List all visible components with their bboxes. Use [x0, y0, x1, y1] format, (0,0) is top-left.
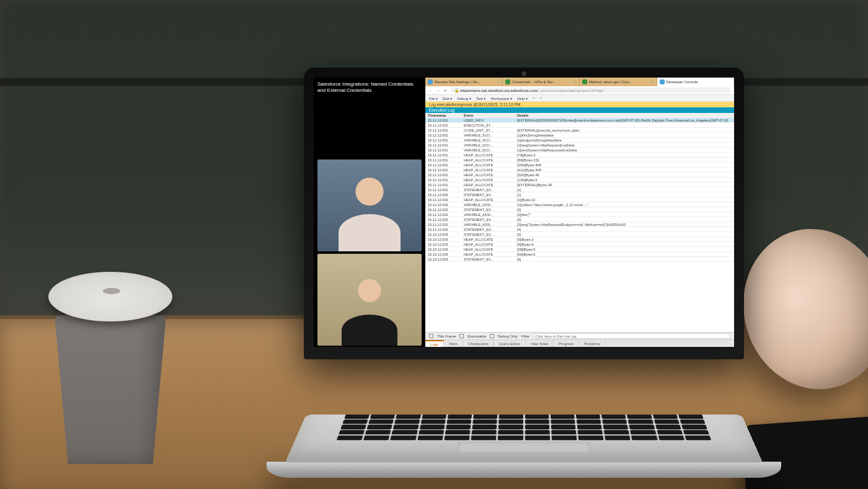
nav-next-icon[interactable]: >	[540, 96, 542, 100]
log-row[interactable]: 15:10:12.003STATEMENT_EX...[5]	[425, 232, 734, 237]
devconsole-menubar: File ▾ Edit ▾ Debug ▾ Test ▾ Workspace ▾…	[425, 95, 734, 102]
bottom-tab-view-state[interactable]: View State	[526, 340, 554, 347]
log-tab-title[interactable]: Log executeAnonymous @10/11/2023, 3:11:1…	[425, 102, 734, 107]
log-row[interactable]: 15:11:12.002VARIABLE_ASSI...[1]|callout:…	[425, 202, 734, 207]
nav-prev-icon[interactable]: <	[533, 96, 535, 100]
log-row[interactable]: 15:11:12.002VARIABLE_ASSI...[2]|this|""	[425, 212, 734, 217]
video-call-panel: Salesforce Integrations: Named Credentia…	[314, 78, 425, 347]
url-field[interactable]: 🔒 mkpartners-uat.sandbox.my.salesforce.c…	[451, 87, 730, 93]
log-row[interactable]: 15:10:12.003STATEMENT_EX...[6]	[425, 257, 734, 262]
log-row[interactable]: 15:11:12.001HEAP_ALLOCATE[520]|Bytes:48	[425, 173, 734, 177]
log-row[interactable]: 15:11:12.001STATEMENT_EX...[1]	[425, 187, 734, 192]
laptop-keyboard	[285, 415, 763, 462]
browser-tab[interactable]: Remote Site Settings | Sa...×	[425, 78, 503, 86]
log-row[interactable]: 15:11:12.001EXECUTION_ST...	[425, 123, 734, 128]
log-row[interactable]: 15:11:12.002STATEMENT_EX...[1]	[425, 192, 734, 197]
forward-icon[interactable]: →	[436, 89, 440, 92]
execution-log-header: Execution Log	[425, 107, 734, 113]
log-row[interactable]: 15:11:12.001VARIABLE_SCO...[1]|res|Syste…	[425, 148, 734, 153]
close-icon[interactable]: ×	[652, 80, 654, 84]
log-row[interactable]: 15:10:12.003HEAP_ALLOCATE[5]|Bytes:3	[425, 237, 734, 242]
log-row[interactable]: 15:10:12.003HEAP_ALLOCATE[58]|Bytes:5	[425, 247, 734, 252]
menu-edit[interactable]: Edit ▾	[443, 96, 452, 101]
bottom-tab-query-editor[interactable]: Query Editor	[494, 340, 526, 347]
log-filter-bar: This Frame Executable Debug Only Filter	[425, 332, 734, 339]
laptop-screen: Salesforce Integrations: Named Credentia…	[314, 78, 734, 347]
laptop-base	[267, 462, 781, 478]
log-row[interactable]: 15:11:12.001VARIABLE_SCO...[1]|this|Stri…	[425, 133, 734, 138]
log-row[interactable]: 15:11:12.001HEAP_ALLOCATE[399]|Bytes:408	[425, 163, 734, 168]
log-row[interactable]: 15:11:12.001VARIABLE_SCO...[1]|endpoint|…	[425, 138, 734, 143]
browser-window: Remote Site Settings | Sa...× Credential…	[425, 78, 734, 347]
log-row[interactable]: 15:11:12.002STATEMENT_EX...[4]	[425, 227, 734, 232]
bottom-tab-problems[interactable]: Problems	[579, 340, 605, 347]
log-row[interactable]: 15:11:12.002HEAP_ALLOCATE[1]|Bytes:22	[425, 197, 734, 202]
log-row[interactable]: 15:11:12.002STATEMENT_EX...[2]	[425, 207, 734, 212]
webcam-dot	[521, 71, 526, 76]
coffee-cup	[48, 272, 172, 464]
browser-tab[interactable]: Method: about.get | Goo...×	[580, 78, 657, 86]
menu-help[interactable]: Help ▾	[517, 96, 528, 101]
participant-video-1[interactable]	[317, 159, 422, 251]
browser-tab[interactable]: Credentials – APIs & Ser...×	[503, 78, 580, 86]
bottom-tab-logs[interactable]: Logs	[425, 340, 444, 347]
log-row[interactable]: 15:11:12.001USER_INFO[EXTERNAL]|00530000…	[425, 118, 734, 123]
log-row[interactable]: 15:11:12.001HEAP_ALLOCATE[79]|Bytes:3	[425, 153, 734, 158]
checkbox-this-frame[interactable]	[429, 334, 433, 338]
back-icon[interactable]: ←	[429, 89, 433, 92]
checkbox-executable[interactable]	[459, 334, 464, 338]
log-row[interactable]: 15:10:12.003HEAP_ALLOCATE[5]|Bytes:9	[425, 242, 734, 247]
bottom-tab-checkpoints[interactable]: Checkpoints	[463, 340, 494, 347]
menu-file[interactable]: File ▾	[429, 96, 438, 101]
menu-workspace[interactable]: Workspace ▾	[490, 96, 512, 101]
close-icon[interactable]: ×	[497, 80, 500, 84]
participant-video-2[interactable]	[317, 254, 422, 346]
checkbox-debug-only[interactable]	[490, 334, 494, 338]
call-title: Salesforce Integrations: Named Credentia…	[314, 78, 425, 158]
lock-icon: 🔒	[454, 89, 459, 92]
log-row[interactable]: 15:10:12.003HEAP_ALLOCATE[50]|Bytes:5	[425, 252, 734, 257]
log-row[interactable]: 15:11:12.001CODE_UNIT_ST...[EXTERNAL]|ex…	[425, 128, 734, 133]
reload-icon[interactable]: ⟳	[444, 88, 447, 92]
browser-tab-strip: Remote Site Settings | Sa...× Credential…	[425, 78, 734, 86]
trackpad	[457, 442, 591, 452]
log-row[interactable]: 15:11:12.001VARIABLE_SCO...[1]|req|Syste…	[425, 143, 734, 148]
bottom-tab-progress[interactable]: Progress	[554, 340, 579, 347]
browser-url-bar: ← → ⟳ 🔒 mkpartners-uat.sandbox.my.salesf…	[425, 86, 734, 95]
close-icon[interactable]: ×	[574, 80, 577, 84]
menu-test[interactable]: Test ▾	[476, 96, 486, 101]
menu-debug[interactable]: Debug ▾	[457, 96, 471, 101]
log-row[interactable]: 15:11:12.002VARIABLE_ASSI...[3]|req|"Sys…	[425, 222, 734, 227]
log-row[interactable]: 15:11:12.001HEAP_ALLOCATE[139]|Bytes:6	[425, 177, 734, 182]
bottom-tab-tests[interactable]: Tests	[444, 340, 463, 347]
browser-tab-active[interactable]: Developer Console	[657, 78, 735, 86]
log-filter-input[interactable]	[533, 333, 730, 339]
devconsole-bottom-tabs: Logs Tests Checkpoints Query Editor View…	[425, 339, 734, 347]
execution-log-grid[interactable]: TimestampEventDetails 15:11:12.001USER_I…	[425, 113, 734, 332]
log-row[interactable]: 15:11:12.001HEAP_ALLOCATE[412]|Bytes:408	[425, 168, 734, 173]
log-row[interactable]: 15:11:12.001HEAP_ALLOCATE[EXTERNAL]|Byte…	[425, 182, 734, 187]
laptop: Salesforce Integrations: Named Credentia…	[267, 68, 781, 478]
log-row[interactable]: 15:11:12.002STATEMENT_EX...[3]	[425, 217, 734, 222]
log-header-row: TimestampEventDetails	[425, 113, 734, 118]
log-row[interactable]: 15:11:12.001HEAP_ALLOCATE[84]|Bytes:152	[425, 158, 734, 163]
